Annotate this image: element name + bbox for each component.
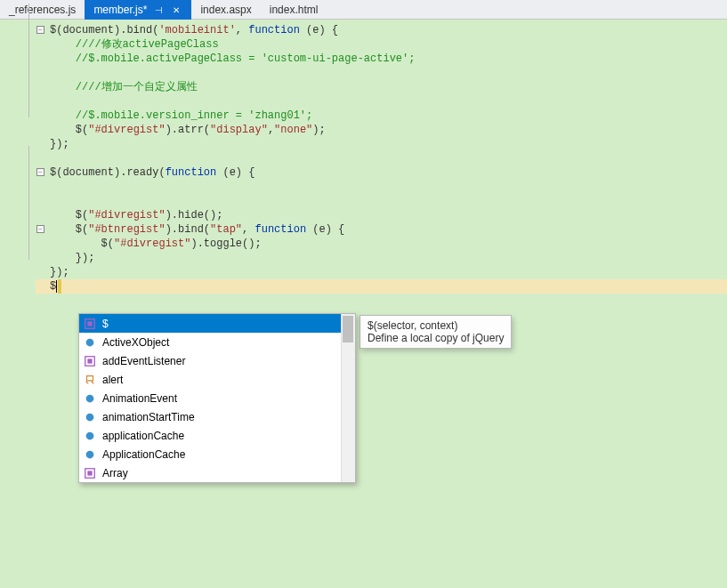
tooltip-signature: $(selector, context) — [368, 319, 504, 332]
svg-point-7 — [86, 431, 94, 439]
scrollbar[interactable] — [341, 314, 355, 482]
code-text — [48, 194, 56, 208]
code-text: ).atrr( — [166, 124, 210, 136]
code-text: $ — [50, 280, 56, 293]
code-text: (e) { — [216, 166, 254, 179]
completion-list[interactable]: $ ActiveXObject addEventListener alert — [78, 313, 356, 483]
completion-label: $ — [102, 318, 109, 330]
tab-label: index.aspx — [200, 4, 251, 16]
code-text: $( — [50, 238, 114, 250]
code-text: $(document).bind( — [50, 24, 158, 36]
pin-icon[interactable]: ⊣ — [152, 4, 165, 16]
completion-item[interactable]: animationStartTime — [79, 407, 341, 426]
code-text: "#divregist" — [114, 238, 190, 250]
editor-tabbar: _references.js member.js* ⊣ ✕ index.aspx… — [0, 0, 727, 20]
fold-toggle[interactable]: − — [36, 168, 44, 176]
code-text: "none" — [274, 124, 312, 136]
method-icon — [83, 354, 97, 368]
tab-index-aspx[interactable]: index.aspx — [191, 0, 260, 20]
close-icon[interactable]: ✕ — [170, 4, 182, 16]
class-icon — [83, 410, 97, 424]
code-text: (e) { — [306, 223, 344, 236]
svg-point-2 — [86, 338, 94, 346]
tab-index-html[interactable]: index.html — [261, 0, 327, 20]
svg-point-6 — [86, 413, 94, 421]
code-text: }); — [48, 265, 69, 279]
tab-references-js[interactable]: _references.js — [0, 0, 85, 20]
completion-item[interactable]: Array — [79, 463, 341, 482]
tab-label: index.html — [270, 4, 319, 16]
completion-item[interactable]: addEventListener — [79, 351, 341, 370]
svg-rect-4 — [87, 358, 92, 363]
completion-label: applicationCache — [102, 430, 184, 442]
fold-toggle[interactable]: − — [36, 225, 44, 233]
code-area[interactable]: −$(document).bind('mobileinit', function… — [36, 20, 727, 588]
svg-point-8 — [86, 450, 94, 458]
code-text: "#btnregist" — [88, 223, 165, 236]
code-text: , — [236, 24, 248, 36]
completion-label: Array — [102, 467, 128, 479]
completion-item[interactable]: applicationCache — [79, 426, 341, 445]
code-text: $( — [50, 223, 88, 236]
code-text: ////增加一个自定义属性 — [48, 80, 198, 94]
code-text: ); — [312, 124, 325, 136]
svg-rect-1 — [87, 321, 92, 326]
code-text: ).hide(); — [166, 209, 223, 222]
code-text — [48, 66, 56, 80]
class-icon — [83, 391, 97, 406]
completion-label: alert — [102, 374, 123, 386]
fold-guide — [28, 4, 29, 117]
fold-toggle[interactable]: − — [36, 26, 44, 34]
code-editor[interactable]: −$(document).bind('mobileinit', function… — [0, 20, 727, 588]
code-text: $( — [50, 209, 88, 222]
code-text: ////修改activePageClass — [48, 37, 219, 52]
scrollbar-thumb[interactable] — [343, 316, 353, 342]
code-text: 'mobileinit' — [158, 24, 235, 36]
tab-label: _references.js — [9, 4, 76, 16]
code-text — [48, 94, 56, 109]
tooltip-description: Define a local copy of jQuery — [368, 332, 504, 344]
completion-item[interactable]: $ — [79, 314, 341, 333]
completion-item[interactable]: ActiveXObject — [79, 333, 341, 351]
code-text: $( — [50, 124, 88, 136]
code-text — [48, 180, 56, 194]
code-text: //$.mobile.activePageClass = 'custom-ui-… — [48, 52, 415, 66]
completion-label: ApplicationCache — [102, 448, 185, 461]
code-text: , — [242, 223, 254, 236]
tab-label: member.js* — [93, 4, 147, 16]
intellisense-popup: $ ActiveXObject addEventListener alert — [78, 313, 512, 483]
editor-margin — [0, 20, 36, 588]
completion-item[interactable]: alert — [79, 370, 341, 389]
code-text: function — [166, 166, 217, 179]
code-text: }); — [48, 251, 94, 265]
code-text: "#divregist" — [88, 124, 165, 136]
svg-rect-10 — [87, 471, 92, 475]
code-text: ).bind( — [166, 223, 210, 236]
code-text: (e) { — [300, 24, 338, 36]
code-text: "#divregist" — [88, 209, 165, 222]
class-icon — [83, 335, 97, 350]
completion-label: addEventListener — [102, 355, 185, 367]
snippet-icon — [83, 373, 97, 387]
completion-item[interactable]: ApplicationCache — [79, 445, 341, 463]
code-text: "display" — [210, 124, 268, 136]
tab-member-js[interactable]: member.js* ⊣ ✕ — [85, 0, 191, 20]
class-icon — [83, 429, 97, 443]
completion-label: animationStartTime — [102, 411, 195, 423]
fold-guide — [28, 146, 29, 260]
code-text: //$.mobile.version_inner = 'zhang01'; — [48, 109, 312, 123]
change-marker — [58, 279, 61, 294]
method-icon — [83, 317, 97, 331]
code-text: "tap" — [210, 223, 242, 236]
code-text: , — [268, 124, 274, 136]
code-text: function — [254, 223, 306, 236]
completion-label: ActiveXObject — [102, 336, 169, 349]
method-icon — [83, 466, 97, 480]
code-text: function — [248, 24, 300, 36]
completion-item[interactable]: AnimationEvent — [79, 389, 341, 407]
svg-point-5 — [86, 394, 94, 402]
class-icon — [83, 447, 97, 462]
completion-label: AnimationEvent — [102, 392, 177, 405]
code-text: ).toggle(); — [190, 238, 261, 250]
signature-tooltip: $(selector, context) Define a local copy… — [359, 315, 512, 349]
